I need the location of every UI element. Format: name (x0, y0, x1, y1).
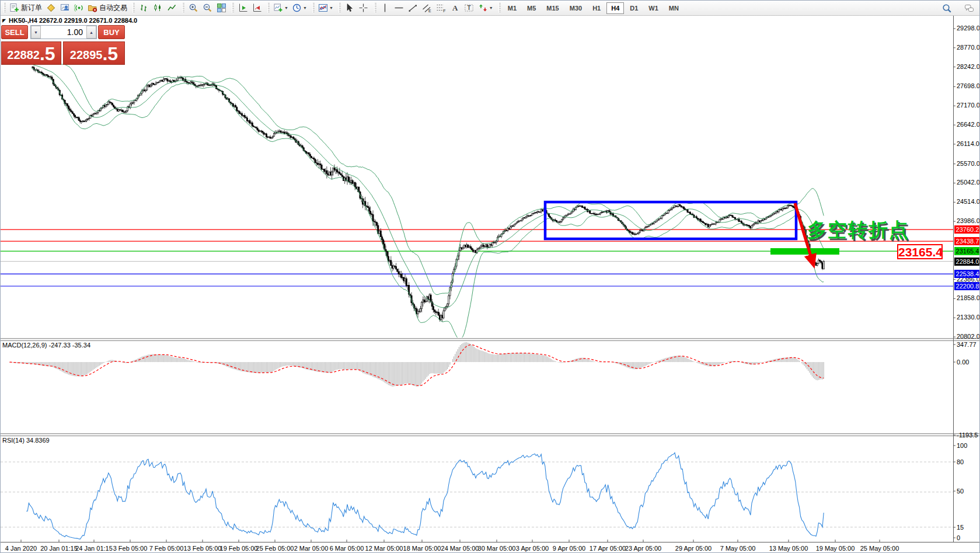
autotrade-icon (88, 3, 97, 13)
chart-region[interactable]: ◤ HK50-,H4 22672.0 22919.0 22671.0 22884… (1, 16, 980, 553)
cursor-button[interactable] (343, 2, 357, 15)
buy-price-display[interactable]: 22895 .5 (63, 41, 125, 65)
time-axis-label: 7 May 05:00 (713, 545, 762, 552)
toolbar-drag-handle[interactable] (339, 3, 341, 13)
price-callout-box[interactable]: 23165.4 (897, 244, 943, 259)
timeframe-button-h1[interactable]: H1 (588, 2, 605, 14)
macd-pane[interactable] (9, 342, 824, 387)
rsi-axis-label: 50 (957, 488, 964, 495)
arrows-button[interactable]: ▼ (476, 2, 495, 15)
toolbar-button-label: 新订单 (21, 3, 42, 13)
rsi-axis-label: 0 (957, 534, 960, 541)
line-chart-button[interactable] (165, 2, 179, 15)
volume-decrease-button[interactable]: ▼ (31, 26, 41, 39)
toolbar-drag-handle[interactable] (4, 3, 6, 13)
chevron-down-icon: ▼ (329, 6, 333, 10)
vline-button[interactable] (378, 2, 392, 15)
timeframe-button-d1[interactable]: D1 (625, 2, 643, 14)
svg-text:T: T (468, 5, 471, 11)
price-tick-label: 21858.0 (957, 294, 980, 301)
text-button[interactable]: A (448, 2, 462, 15)
timeframe-button-m5[interactable]: M5 (522, 2, 540, 14)
channel-button[interactable]: E (420, 2, 434, 15)
highlight-bar[interactable] (770, 248, 839, 255)
chevron-down-icon: ▼ (489, 6, 493, 10)
timeframe-button-m1[interactable]: M1 (503, 2, 521, 14)
signals-button[interactable] (72, 2, 86, 15)
buy-button[interactable]: BUY (98, 25, 125, 39)
zoom-out-button[interactable] (200, 2, 214, 15)
toolbar-group (230, 1, 266, 16)
sell-button[interactable]: SELL (1, 25, 28, 39)
timeframe-button-m15[interactable]: M15 (542, 2, 563, 14)
data-window-button[interactable] (58, 2, 72, 15)
time-axis-label: 29 Apr 05:00 (669, 545, 718, 552)
hline-icon (394, 3, 404, 13)
crosshair-icon (358, 3, 368, 13)
cursor-icon (344, 3, 354, 13)
toolbar-drag-handle[interactable] (267, 3, 270, 13)
period-button[interactable]: ▼ (290, 2, 309, 15)
fibo-button[interactable]: F (434, 2, 448, 15)
toolbar-drag-handle[interactable] (312, 3, 315, 13)
auto-scroll-button[interactable] (250, 2, 264, 15)
market-watch-icon (46, 3, 56, 13)
market-watch-button[interactable] (44, 2, 58, 15)
indicators-button[interactable]: ▼ (316, 2, 335, 15)
resistance-line-1-label: 23760.2 (954, 225, 980, 234)
timeframe-button-h4[interactable]: H4 (606, 2, 624, 14)
zoom-in-button[interactable] (186, 2, 200, 15)
chart-shift-button[interactable] (236, 2, 250, 15)
timeframe-button-m30[interactable]: M30 (565, 2, 587, 14)
toolbar-group: 新订单自动交易 (2, 1, 131, 16)
macd-histogram (9, 342, 824, 387)
price-tick-label: 29298.0 (957, 25, 980, 32)
crosshair-button[interactable] (357, 2, 371, 15)
rsi-pane[interactable] (1, 453, 953, 539)
line-chart-icon (167, 3, 177, 13)
current-price-line-label: 22884.0 (954, 258, 980, 266)
new-chart-button[interactable]: ▼ (271, 2, 290, 15)
volume-input[interactable] (41, 26, 86, 39)
tile-windows-icon (217, 3, 226, 13)
toolbar-button-label: 自动交易 (99, 3, 127, 13)
new-order-button[interactable]: 新订单 (8, 2, 44, 15)
arrows-icon (478, 3, 488, 13)
indicators-icon (318, 3, 328, 13)
autotrade-button[interactable]: 自动交易 (86, 2, 129, 15)
fibo-icon: F (436, 3, 446, 13)
toolbar-drag-handle[interactable] (132, 3, 135, 13)
price-tick-label: 24514.0 (957, 198, 980, 205)
timeframe-button-w1[interactable]: W1 (644, 2, 663, 14)
candle-chart-button[interactable] (151, 2, 165, 15)
support-line-1-label: 22538.4 (954, 270, 980, 278)
chat-button[interactable] (962, 2, 976, 15)
search-button[interactable] (940, 2, 954, 15)
channel-icon: E (422, 3, 432, 13)
toolbar-drag-handle[interactable] (498, 3, 501, 13)
price-chart-canvas[interactable] (1, 16, 980, 553)
timeframe-button-mn[interactable]: MN (664, 2, 683, 14)
volume-increase-button[interactable]: ▲ (86, 26, 96, 39)
price-tick-label: 27698.0 (957, 82, 980, 89)
sell-price-display[interactable]: 22882 .5 (1, 41, 61, 65)
turning-point-annotation[interactable]: 多空转折点 (807, 217, 909, 244)
trendline-button[interactable] (406, 2, 420, 15)
text-label-button[interactable]: T (462, 2, 476, 15)
rsi-axis-label: 100 (957, 442, 967, 449)
pivot-line-label: 23165.4 (954, 247, 980, 255)
chart-title: HK50-,H4 22672.0 22919.0 22671.0 22884.0 (9, 17, 137, 24)
hline-button[interactable] (392, 2, 406, 15)
main-pane[interactable] (1, 60, 953, 339)
resistance-line-2-label: 23438.7 (954, 237, 980, 245)
toolbar-drag-handle[interactable] (182, 3, 184, 13)
bar-chart-button[interactable] (137, 2, 151, 15)
search-icon (942, 4, 952, 13)
price-tick-label: 28242.0 (957, 63, 980, 70)
period-icon (292, 3, 302, 13)
toolbar-drag-handle[interactable] (232, 3, 234, 13)
tile-windows-button[interactable] (214, 2, 228, 15)
price-tick-label: 25042.0 (957, 179, 980, 186)
chevron-down-icon: ▼ (284, 6, 288, 10)
toolbar-drag-handle[interactable] (374, 3, 376, 13)
